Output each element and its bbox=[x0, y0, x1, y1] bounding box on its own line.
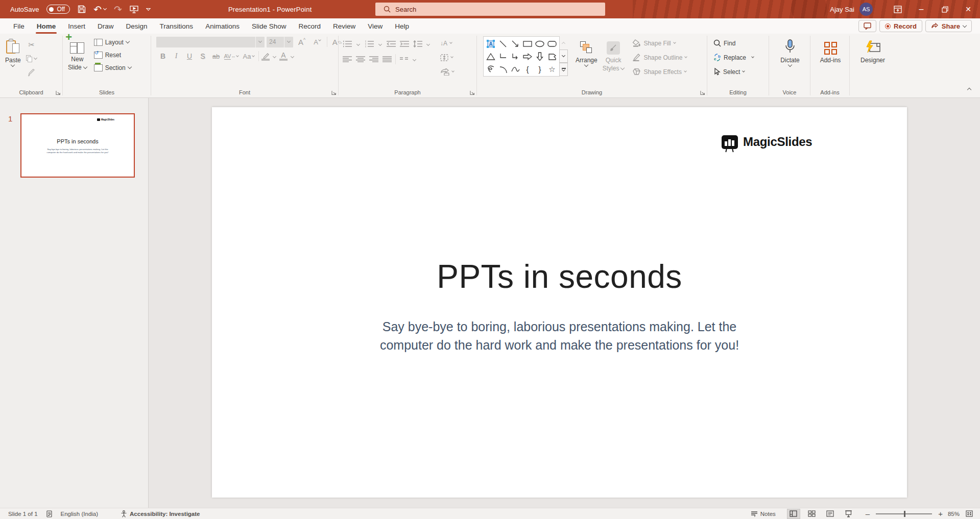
zoom-slider-thumb[interactable] bbox=[904, 511, 905, 517]
align-right-button[interactable] bbox=[368, 54, 380, 65]
restore-button[interactable] bbox=[933, 0, 957, 18]
shape-triangle[interactable] bbox=[485, 50, 497, 63]
tab-view[interactable]: View bbox=[362, 18, 389, 34]
shape-left-brace[interactable]: { bbox=[521, 63, 534, 76]
numbering-button[interactable] bbox=[363, 38, 375, 50]
shape-rectangle[interactable] bbox=[521, 37, 534, 50]
shrink-font-button[interactable]: A bbox=[310, 36, 324, 47]
shape-arrow[interactable] bbox=[509, 37, 521, 50]
comments-button[interactable] bbox=[858, 20, 876, 32]
autosave-toggle[interactable]: Off bbox=[46, 5, 70, 14]
accessibility-checker[interactable]: Accessibility: Investigate bbox=[116, 508, 204, 519]
zoom-out-button[interactable]: – bbox=[864, 510, 872, 517]
user-name[interactable]: Ajay Sai bbox=[830, 6, 854, 13]
new-slide-button[interactable]: + New Slide bbox=[65, 36, 89, 72]
shape-down-arrow[interactable] bbox=[534, 50, 546, 63]
customize-toolbar-chevron[interactable] bbox=[146, 8, 151, 10]
decrease-indent-button[interactable] bbox=[385, 38, 397, 50]
redo-button[interactable]: ↷ bbox=[114, 5, 122, 14]
slide-editor[interactable]: MagicSlides PPTs in seconds Say bye-bye … bbox=[212, 107, 907, 498]
justify-button[interactable] bbox=[381, 54, 393, 65]
text-highlight-button[interactable] bbox=[260, 51, 271, 62]
tab-record[interactable]: Record bbox=[292, 18, 327, 34]
shape-arc[interactable] bbox=[497, 63, 509, 76]
font-color-dropdown-chevron[interactable] bbox=[291, 54, 294, 58]
shape-curve[interactable] bbox=[509, 63, 521, 76]
drawing-dialog-launcher[interactable] bbox=[700, 90, 705, 95]
tab-file[interactable]: File bbox=[7, 18, 31, 34]
reading-view-button[interactable] bbox=[824, 509, 837, 519]
notes-button[interactable]: Notes bbox=[747, 508, 780, 519]
tab-review[interactable]: Review bbox=[327, 18, 362, 34]
shape-elbow-arrow-connector[interactable] bbox=[509, 50, 521, 63]
text-direction-button[interactable]: ↓A bbox=[439, 37, 456, 49]
font-color-button[interactable]: A bbox=[278, 51, 289, 62]
tab-transitions[interactable]: Transitions bbox=[154, 18, 200, 34]
shape-rounded-rectangle[interactable] bbox=[546, 37, 558, 50]
fit-slide-to-window-button[interactable] bbox=[963, 509, 976, 519]
shape-fill-button[interactable]: Shape Fill bbox=[631, 37, 688, 49]
zoom-in-button[interactable]: + bbox=[936, 510, 945, 517]
spellcheck-button[interactable] bbox=[42, 508, 57, 519]
slide-sorter-view-button[interactable] bbox=[805, 509, 819, 519]
shape-line[interactable] bbox=[497, 37, 509, 50]
increase-indent-button[interactable] bbox=[398, 38, 411, 50]
slide-subtitle[interactable]: Say bye-bye to boring, laborious present… bbox=[361, 317, 759, 354]
shapes-scroll-up-button[interactable] bbox=[559, 36, 568, 50]
share-button[interactable]: Share bbox=[925, 20, 972, 32]
font-name-combobox[interactable] bbox=[156, 37, 265, 47]
slideshow-view-button[interactable] bbox=[842, 509, 855, 519]
search-box[interactable]: Search bbox=[375, 3, 605, 16]
slide-indicator[interactable]: Slide 1 of 1 bbox=[4, 508, 42, 519]
addins-button[interactable]: Add-ins bbox=[818, 36, 844, 65]
tab-draw[interactable]: Draw bbox=[91, 18, 120, 34]
tab-help[interactable]: Help bbox=[389, 18, 415, 34]
format-painter-button[interactable] bbox=[26, 67, 38, 78]
columns-chevron[interactable] bbox=[413, 57, 416, 61]
align-center-button[interactable] bbox=[354, 54, 367, 65]
shape-oval[interactable] bbox=[534, 37, 546, 50]
shapes-more-button[interactable] bbox=[559, 63, 568, 76]
shape-outline-button[interactable]: Shape Outline bbox=[631, 52, 688, 63]
zoom-level[interactable]: 85% bbox=[945, 508, 963, 519]
close-button[interactable]: ✕ bbox=[957, 0, 980, 18]
tab-animations[interactable]: Animations bbox=[199, 18, 246, 34]
designer-button[interactable]: Designer bbox=[858, 36, 888, 65]
shapes-scroll-down-button[interactable] bbox=[559, 50, 568, 63]
shape-right-arrow[interactable] bbox=[521, 50, 534, 63]
share-chevron-icon[interactable] bbox=[963, 23, 967, 27]
font-size-combobox[interactable]: 24 bbox=[267, 37, 293, 47]
start-slideshow-icon[interactable] bbox=[130, 5, 138, 13]
cut-button[interactable]: ✂ bbox=[26, 39, 38, 51]
tab-design[interactable]: Design bbox=[120, 18, 154, 34]
shape-textbox[interactable]: A bbox=[485, 37, 497, 50]
highlight-dropdown-chevron[interactable] bbox=[273, 54, 276, 58]
clipboard-dialog-launcher[interactable] bbox=[56, 90, 61, 95]
paste-button[interactable]: Paste bbox=[3, 36, 23, 67]
shape-scribble[interactable] bbox=[485, 63, 497, 76]
align-text-button[interactable] bbox=[439, 52, 456, 63]
shape-elbow-connector[interactable] bbox=[497, 50, 509, 63]
record-button[interactable]: Record bbox=[879, 20, 922, 32]
slide-thumbnail-1[interactable]: MagicSlides PPTs in seconds Say bye-bye … bbox=[20, 113, 135, 178]
tab-home[interactable]: Home bbox=[31, 18, 62, 34]
replace-button[interactable]: bc Replace bbox=[712, 52, 755, 63]
dictate-button[interactable]: Dictate bbox=[778, 36, 802, 67]
ribbon-display-options-button[interactable] bbox=[886, 0, 910, 18]
align-left-button[interactable] bbox=[341, 54, 353, 65]
normal-view-button[interactable] bbox=[787, 509, 800, 519]
grow-font-button[interactable]: A^ bbox=[295, 36, 308, 47]
language-indicator[interactable]: English (India) bbox=[57, 508, 103, 519]
arrange-button[interactable]: Arrange bbox=[573, 36, 600, 67]
strikethrough-button[interactable]: ab bbox=[209, 51, 223, 62]
line-spacing-chevron[interactable] bbox=[426, 42, 430, 45]
underline-button[interactable]: U bbox=[183, 51, 196, 62]
reset-button[interactable]: ↺ Reset bbox=[92, 49, 133, 61]
slide-title[interactable]: PPTs in seconds bbox=[212, 258, 907, 295]
italic-button[interactable]: I bbox=[170, 51, 183, 62]
section-button[interactable]: Section bbox=[92, 62, 133, 73]
copy-button[interactable] bbox=[26, 53, 38, 64]
layout-button[interactable]: Layout bbox=[92, 36, 133, 48]
shape-star[interactable]: ☆ bbox=[546, 63, 558, 76]
text-shadow-button[interactable]: S bbox=[196, 51, 209, 62]
